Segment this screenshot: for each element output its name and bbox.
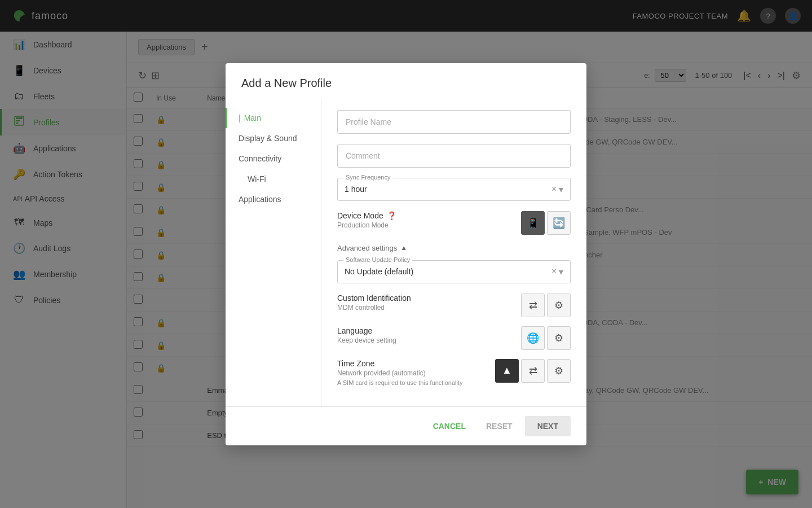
device-mode-icon-group: 📱 🔄 (521, 211, 571, 235)
custom-id-row: Custom Identification MDM controlled ⇄ ⚙ (337, 294, 571, 317)
modal-footer: CANCEL RESET NEXT (226, 406, 586, 445)
modal-nav-label: Wi-Fi (248, 174, 266, 183)
sync-frequency-value: 1 hour (345, 185, 551, 194)
software-update-select-wrapper: Software Update Policy No Update (defaul… (337, 260, 571, 283)
next-button[interactable]: NEXT (525, 416, 571, 436)
custom-id-info: Custom Identification MDM controlled (337, 294, 521, 312)
timezone-value: Network provided (automatic) (337, 369, 495, 377)
timezone-row: Time Zone Network provided (automatic) A… (337, 359, 571, 386)
modal-nav-label: Connectivity (239, 154, 281, 163)
language-icon-group: 🌐 ⚙ (521, 326, 571, 350)
software-update-label: Software Update Policy (343, 256, 412, 263)
software-update-select-row: No Update (default) × ▾ (338, 261, 570, 283)
modal-form: Sync Frequency 1 hour × ▾ Device Mode ❓ (321, 99, 586, 406)
timezone-label: Time Zone (337, 359, 495, 368)
timezone-settings-button[interactable]: ⚙ (547, 359, 571, 383)
timezone-warning: A SIM card is required to use this funct… (337, 379, 495, 386)
software-update-field: Software Update Policy No Update (defaul… (337, 260, 571, 283)
language-label: Language (337, 326, 521, 335)
cancel-button[interactable]: CANCEL (425, 417, 474, 435)
timezone-info: Time Zone Network provided (automatic) A… (337, 359, 495, 386)
language-info: Language Keep device setting (337, 326, 521, 344)
modal-overlay: Add a New Profile | Main Display & Sound… (0, 0, 812, 508)
sync-frequency-field: Sync Frequency 1 hour × ▾ (337, 178, 571, 201)
custom-id-label: Custom Identification (337, 294, 521, 303)
timezone-signal-button[interactable]: ▲ (495, 359, 519, 383)
add-profile-modal: Add a New Profile | Main Display & Sound… (226, 63, 586, 445)
comment-field (337, 144, 571, 168)
software-update-clear-button[interactable]: × (551, 266, 557, 277)
timezone-icon-group: ▲ ⇄ ⚙ (495, 359, 571, 383)
modal-title: Add a New Profile (241, 77, 571, 90)
advanced-settings-toggle[interactable]: Advanced settings ▲ (337, 244, 571, 252)
device-mode-kiosk-button[interactable]: 🔄 (547, 211, 571, 235)
device-mode-value: Production Mode (337, 221, 521, 229)
device-mode-help-icon[interactable]: ❓ (387, 211, 396, 220)
sync-frequency-select-row: 1 hour × ▾ (338, 178, 570, 200)
modal-nav-wifi[interactable]: Wi-Fi (226, 169, 321, 189)
modal-nav-main[interactable]: | Main (226, 108, 321, 128)
software-update-value: No Update (default) (345, 267, 551, 276)
custom-id-link-button[interactable]: ⇄ (521, 294, 545, 317)
sync-frequency-clear-button[interactable]: × (551, 184, 557, 194)
language-row: Language Keep device setting 🌐 ⚙ (337, 326, 571, 350)
modal-nav-label: Main (244, 113, 261, 122)
sync-frequency-label: Sync Frequency (343, 174, 392, 181)
modal-nav: | Main Display & Sound Connectivity Wi-F… (226, 99, 321, 406)
modal-nav-applications[interactable]: Applications (226, 189, 321, 209)
modal-nav-label: Applications (239, 195, 281, 204)
reset-button[interactable]: RESET (478, 417, 520, 435)
profile-name-input[interactable] (337, 110, 571, 134)
advanced-settings-label: Advanced settings (337, 244, 397, 252)
language-value: Keep device setting (337, 336, 521, 344)
modal-nav-label: Display & Sound (239, 134, 297, 143)
modal-header: Add a New Profile (226, 63, 586, 99)
device-mode-label: Device Mode ❓ (337, 211, 521, 220)
modal-body: | Main Display & Sound Connectivity Wi-F… (226, 99, 586, 406)
modal-nav-connectivity[interactable]: Connectivity (226, 148, 321, 169)
software-update-dropdown-button[interactable]: ▾ (559, 266, 563, 277)
modal-nav-active-bar: | (239, 113, 241, 122)
custom-id-icon-group: ⇄ ⚙ (521, 294, 571, 317)
language-globe-button[interactable]: 🌐 (521, 326, 545, 350)
language-settings-button[interactable]: ⚙ (547, 326, 571, 350)
profile-name-field (337, 110, 571, 134)
advanced-settings-arrow-icon: ▲ (400, 244, 407, 252)
modal-nav-display-sound[interactable]: Display & Sound (226, 128, 321, 148)
custom-id-value: MDM controlled (337, 304, 521, 312)
sync-frequency-dropdown-button[interactable]: ▾ (559, 184, 563, 195)
device-mode-info: Device Mode ❓ Production Mode (337, 211, 521, 229)
custom-id-settings-button[interactable]: ⚙ (547, 294, 571, 317)
comment-input[interactable] (337, 144, 571, 168)
sync-frequency-select-wrapper: Sync Frequency 1 hour × ▾ (337, 178, 571, 201)
timezone-link-button[interactable]: ⇄ (521, 359, 545, 383)
device-mode-phone-button[interactable]: 📱 (521, 211, 545, 235)
device-mode-row: Device Mode ❓ Production Mode 📱 🔄 (337, 211, 571, 235)
